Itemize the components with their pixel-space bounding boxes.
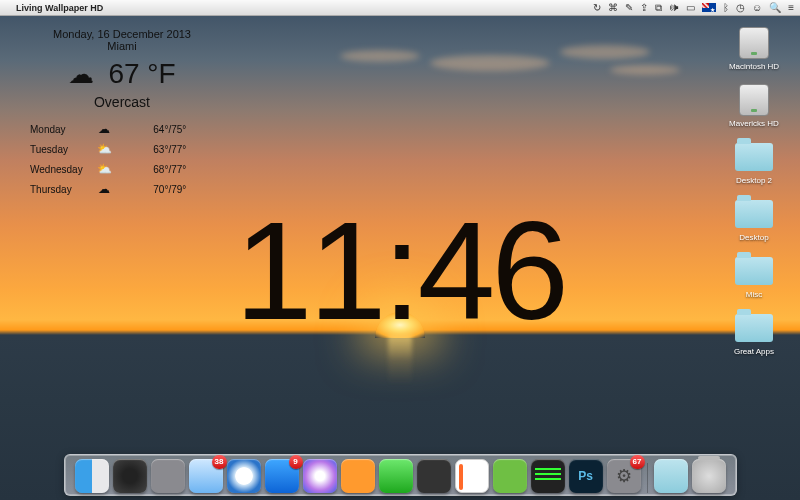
- folder-icon: [735, 200, 773, 228]
- weather-city: Miami: [22, 40, 222, 52]
- folder-icon: [735, 314, 773, 342]
- bluetooth-icon[interactable]: ᛒ: [723, 2, 729, 13]
- dock-launchpad[interactable]: [151, 459, 185, 493]
- hdd-icon: [739, 27, 769, 59]
- spotlight-icon[interactable]: 🔍: [769, 2, 781, 13]
- forecast-icon: ⛅: [91, 160, 118, 178]
- menubar-status-area: ↻ ⌘ ✎ ⇪ ⧉ 🕪 ▭ ᛒ ◷ ☺ 🔍 ≡: [593, 2, 794, 14]
- desktop-icon-desktop2[interactable]: Desktop 2: [734, 140, 774, 185]
- weather-condition: Overcast: [22, 94, 222, 110]
- dock-facetime[interactable]: [379, 459, 413, 493]
- badge: 67: [630, 455, 645, 469]
- dock-itunes[interactable]: [303, 459, 337, 493]
- menubar[interactable]: Living Wallpaper HD ↻ ⌘ ✎ ⇪ ⧉ 🕪 ▭ ᛒ ◷ ☺ …: [0, 0, 800, 16]
- share-icon[interactable]: ⇪: [640, 2, 648, 13]
- refresh-icon[interactable]: ↻: [593, 2, 601, 13]
- folder-icon: [735, 143, 773, 171]
- dock-appstore[interactable]: 9: [265, 459, 299, 493]
- weather-date: Monday, 16 December 2013: [22, 28, 222, 40]
- desktop-icon-macintosh-hd[interactable]: Macintosh HD: [729, 26, 779, 71]
- dock-separator: [647, 463, 648, 493]
- desktop-icon-mavericks-hd[interactable]: Mavericks HD: [729, 83, 779, 128]
- notification-icon[interactable]: ≡: [788, 2, 794, 13]
- flag-icon[interactable]: [702, 3, 716, 12]
- dock-mail[interactable]: 38: [189, 459, 223, 493]
- dock-finder[interactable]: [75, 459, 109, 493]
- cloud-decor: [610, 65, 680, 75]
- wallpaper-clock: 11:46: [0, 190, 800, 352]
- dock: 38 9 67: [0, 454, 800, 496]
- volume-icon[interactable]: 🕪: [669, 2, 679, 13]
- dock-trash[interactable]: [692, 459, 726, 493]
- desktop-icon-misc[interactable]: Misc: [734, 254, 774, 299]
- dock-ibooks[interactable]: [341, 459, 375, 493]
- weather-forecast: Monday☁64°/75° Tuesday⛅63°/77° Wednesday…: [22, 118, 222, 200]
- badge: 9: [289, 455, 303, 469]
- forecast-icon: ☁: [91, 120, 118, 138]
- app-title[interactable]: Living Wallpaper HD: [16, 3, 103, 13]
- dock-reminders[interactable]: [455, 459, 489, 493]
- forecast-row: Tuesday⛅63°/77°: [24, 140, 220, 158]
- cloud-decor: [430, 55, 550, 71]
- dock-downloads[interactable]: [654, 459, 688, 493]
- camera-icon[interactable]: ⌘: [608, 2, 618, 13]
- forecast-icon: ⛅: [91, 140, 118, 158]
- badge: 38: [212, 455, 227, 469]
- clock-icon[interactable]: ◷: [736, 2, 745, 13]
- folder-icon: [735, 257, 773, 285]
- weather-now-icon: ☁: [68, 59, 94, 90]
- dock-evernote[interactable]: [493, 459, 527, 493]
- wifi-icon[interactable]: ⧉: [655, 2, 662, 14]
- desktop-icon-great-apps[interactable]: Great Apps: [734, 311, 774, 356]
- user-icon[interactable]: ☺: [752, 2, 762, 13]
- forecast-row: Monday☁64°/75°: [24, 120, 220, 138]
- dock-syspref[interactable]: 67: [607, 459, 641, 493]
- desktop-icons: Macintosh HD Mavericks HD Desktop 2 Desk…: [718, 26, 790, 356]
- cloud-decor: [560, 45, 650, 59]
- dock-dashboard[interactable]: [113, 459, 147, 493]
- dock-photobooth[interactable]: [417, 459, 451, 493]
- forecast-row: Wednesday⛅68°/77°: [24, 160, 220, 178]
- evernote-icon[interactable]: ✎: [625, 2, 633, 13]
- desktop-icon-desktop[interactable]: Desktop: [734, 197, 774, 242]
- weather-widget: Monday, 16 December 2013 Miami ☁ 67 °F O…: [22, 28, 222, 200]
- dock-safari[interactable]: [227, 459, 261, 493]
- battery-icon[interactable]: ▭: [686, 2, 695, 13]
- hdd-icon: [739, 84, 769, 116]
- dock-shelf: 38 9 67: [64, 454, 737, 496]
- cloud-decor: [340, 50, 420, 62]
- dock-activity[interactable]: [531, 459, 565, 493]
- dock-photoshop[interactable]: [569, 459, 603, 493]
- weather-now-temp: 67 °F: [108, 58, 175, 90]
